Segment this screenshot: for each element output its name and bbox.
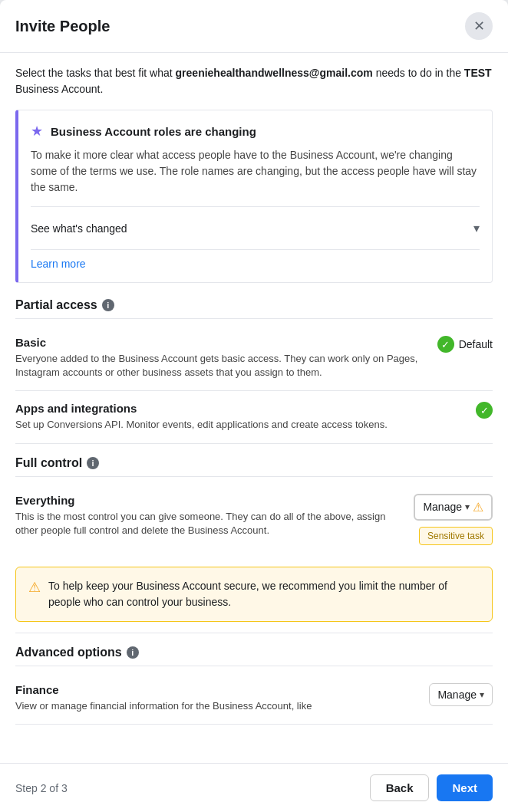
chevron-down-icon: ▾ [473, 221, 480, 235]
apps-check-icon: ✓ [476, 402, 493, 419]
intro-after: needs to do in the [373, 67, 464, 79]
back-button[interactable]: Back [370, 774, 430, 801]
partial-access-title: Partial access [15, 298, 97, 312]
default-label: Default [459, 338, 493, 350]
everything-right: Manage ▾ ⚠ Sensitive task [414, 494, 493, 545]
basic-access-content: Basic Everyone added to the Business Acc… [15, 336, 437, 380]
full-control-info-icon[interactable]: i [87, 457, 99, 469]
everything-item: Everything This is the most control you … [15, 483, 493, 556]
intro-end: Business Account. [15, 83, 103, 95]
apps-integrations-desc: Set up Conversions API. Monitor events, … [15, 418, 460, 432]
see-changed-toggle[interactable]: See what's changed ▾ [31, 215, 480, 242]
warning-box-icon: ⚠ [28, 579, 41, 596]
apps-integrations-content: Apps and integrations Set up Conversions… [15, 402, 476, 432]
basic-access-right: ✓ Default [437, 336, 493, 353]
warning-triangle-icon: ⚠ [473, 500, 483, 514]
footer-buttons: Back Next [370, 774, 493, 801]
intro-text: Select the tasks that best fit what gree… [15, 65, 493, 97]
sensitive-task-badge: Sensitive task [419, 527, 493, 545]
everything-content: Everything This is the most control you … [15, 494, 414, 537]
everything-desc: This is the most control you can give so… [15, 510, 398, 537]
invite-people-modal: Invite People ✕ Select the tasks that be… [0, 0, 508, 812]
apps-integrations-item: Apps and integrations Set up Conversions… [15, 391, 493, 443]
advanced-options-divider [15, 666, 493, 666]
dropdown-arrow-icon: ▾ [465, 501, 470, 512]
full-control-divider [15, 476, 493, 477]
full-control-section-header: Full control i [15, 456, 493, 470]
notice-body: To make it more clear what access people… [31, 147, 480, 196]
notice-divider-2 [31, 249, 480, 250]
partial-access-divider [15, 318, 493, 319]
advanced-options-title: Advanced options [15, 646, 122, 659]
full-control-bottom-divider [15, 633, 493, 633]
finance-content: Finance View or manage financial informa… [15, 683, 429, 713]
basic-access-item: Basic Everyone added to the Business Acc… [15, 325, 493, 391]
intro-email: greeniehealthandwellness@gmail.com [176, 67, 373, 79]
finance-right: Manage ▾ [429, 683, 493, 706]
apps-integrations-right: ✓ [476, 402, 493, 419]
notice-header: ★ Business Account roles are changing [31, 123, 480, 140]
advanced-options-info-icon[interactable]: i [127, 646, 139, 659]
everything-manage-dropdown[interactable]: Manage ▾ ⚠ [414, 494, 493, 521]
modal-header: Invite People ✕ [0, 0, 508, 53]
warning-box-text: To help keep your Business Account secur… [48, 578, 480, 610]
advanced-options-section-header: Advanced options i [15, 646, 493, 659]
modal-body: Select the tasks that best fit what gree… [0, 53, 508, 763]
finance-manage-dropdown[interactable]: Manage ▾ [429, 683, 493, 706]
everything-name: Everything [15, 494, 398, 507]
notice-box: ★ Business Account roles are changing To… [15, 110, 493, 283]
modal-title: Invite People [15, 18, 110, 35]
finance-desc: View or manage financial information for… [15, 699, 414, 713]
default-badge: ✓ Default [437, 336, 493, 353]
finance-dropdown-label: Manage [437, 689, 477, 701]
modal-footer: Step 2 of 3 Back Next [0, 763, 508, 812]
learn-more-link[interactable]: Learn more [31, 258, 480, 270]
next-button[interactable]: Next [437, 774, 493, 801]
step-text: Step 2 of 3 [15, 782, 68, 794]
see-changed-label: See what's changed [31, 222, 127, 235]
finance-dropdown-arrow-icon: ▾ [480, 689, 484, 700]
close-icon: ✕ [473, 18, 485, 35]
notice-divider [31, 206, 480, 207]
finance-item: Finance View or manage financial informa… [15, 672, 493, 725]
notice-title: Business Account roles are changing [51, 125, 256, 138]
close-button[interactable]: ✕ [465, 12, 493, 40]
intro-before: Select the tasks that best fit what [15, 67, 176, 79]
warning-box: ⚠ To help keep your Business Account sec… [15, 567, 493, 622]
partial-access-info-icon[interactable]: i [102, 299, 114, 311]
partial-access-section-header: Partial access i [15, 298, 493, 312]
basic-access-name: Basic [15, 336, 422, 349]
intro-account: TEST [464, 67, 492, 79]
full-control-title: Full control [15, 456, 82, 470]
basic-access-desc: Everyone added to the Business Account g… [15, 352, 422, 380]
finance-name: Finance [15, 683, 414, 696]
star-icon: ★ [31, 123, 43, 140]
apps-integrations-name: Apps and integrations [15, 402, 460, 415]
everything-dropdown-label: Manage [423, 501, 462, 513]
check-icon: ✓ [437, 336, 454, 353]
